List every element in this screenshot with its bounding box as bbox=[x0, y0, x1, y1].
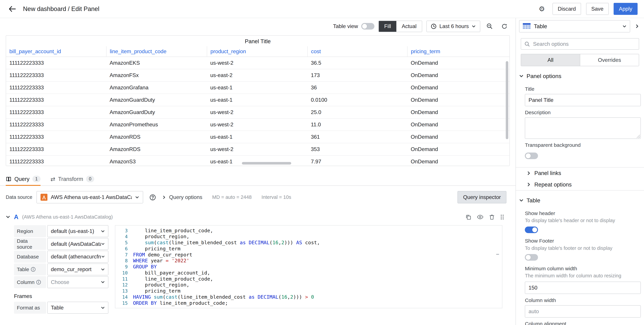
drag-handle-icon[interactable] bbox=[500, 214, 504, 220]
time-range-picker[interactable]: Last 6 hours bbox=[426, 21, 480, 32]
show-header-toggle[interactable] bbox=[525, 226, 538, 233]
code-line: 14HAVING sum(cast(line_item_blended_cost… bbox=[115, 294, 502, 300]
table-cell: us-east-1 bbox=[207, 131, 308, 143]
info-icon bbox=[36, 280, 41, 285]
code-fold-icon[interactable]: − bbox=[496, 251, 499, 257]
collapse-options-pane-icon[interactable] bbox=[632, 22, 642, 31]
field-dropdown[interactable]: demo_cur_report bbox=[47, 263, 108, 275]
info-icon bbox=[31, 267, 36, 272]
field-dropdown[interactable]: default (us-east-1) bbox=[47, 225, 108, 237]
visualization-picker[interactable]: Table bbox=[519, 20, 630, 33]
description-option-label: Description bbox=[525, 110, 641, 115]
section-repeat-options[interactable]: Repeat options bbox=[516, 179, 644, 191]
field-dropdown[interactable]: Choose bbox=[47, 276, 108, 288]
field-label: Column bbox=[14, 276, 46, 288]
save-button[interactable]: Save bbox=[586, 3, 609, 15]
query-ref-id[interactable]: A bbox=[14, 213, 18, 221]
chevron-down-icon bbox=[101, 254, 105, 259]
zoom-out-icon[interactable] bbox=[484, 21, 495, 32]
actual-button[interactable]: Actual bbox=[396, 21, 422, 32]
panel-description-textarea[interactable] bbox=[525, 117, 641, 139]
transform-icon: ⇄ bbox=[50, 176, 55, 182]
query-field-data-source: Data sourcedefault (AwsDataCata... bbox=[14, 238, 108, 250]
delete-query-trash-icon[interactable] bbox=[489, 214, 494, 220]
query-field-region: Regiondefault (us-east-1) bbox=[14, 225, 108, 237]
options-filter-overrides[interactable]: Overrides bbox=[580, 54, 639, 66]
table-cell: us-west-2 bbox=[207, 118, 308, 131]
fill-actual-segmented: Fill Actual bbox=[378, 21, 422, 32]
table-row: 111122223333AmazonPrometheusus-west-211.… bbox=[6, 118, 510, 131]
fill-button[interactable]: Fill bbox=[379, 21, 396, 32]
datasource-bar: Data source AWS Athena us-east-1 AwsData… bbox=[0, 191, 516, 204]
datasource-picker[interactable]: AWS Athena us-east-1 AwsDataCatalog bbox=[36, 191, 143, 203]
field-label: Region bbox=[14, 225, 46, 237]
options-search[interactable] bbox=[521, 38, 639, 50]
code-line: 13 pricing_term bbox=[115, 288, 502, 294]
query-inspector-button[interactable]: Query inspector bbox=[458, 191, 506, 203]
hide-query-eye-icon[interactable] bbox=[477, 214, 484, 219]
panel-title-input[interactable] bbox=[525, 94, 641, 106]
collapse-chevron-icon[interactable] bbox=[6, 215, 10, 219]
col-width-input[interactable] bbox=[525, 305, 641, 317]
interval-stat: Interval = 10s bbox=[262, 194, 291, 200]
table-cell: 25.0 bbox=[308, 106, 407, 118]
tab-transform-label: Transform bbox=[58, 176, 83, 182]
back-arrow-icon[interactable] bbox=[6, 3, 18, 15]
section-panel-links[interactable]: Panel links bbox=[516, 168, 644, 179]
section-panel-options[interactable]: Panel options bbox=[516, 66, 644, 83]
table-row: 111122223333AmazonRDSus-east-1361OnDeman… bbox=[6, 131, 510, 143]
horizontal-scrollbar[interactable] bbox=[242, 162, 291, 165]
column-header[interactable]: pricing_term bbox=[407, 46, 509, 57]
chevron-down-icon bbox=[101, 306, 105, 310]
transparent-bg-toggle[interactable] bbox=[525, 153, 538, 159]
column-header[interactable]: bill_payer_account_id bbox=[6, 46, 106, 57]
table-cell: AmazonEKS bbox=[106, 57, 207, 69]
table-cell: OnDemand bbox=[407, 131, 509, 143]
max-data-points-stat: MD = auto = 2448 bbox=[212, 194, 252, 200]
field-dropdown[interactable]: default (athenacurcfn... bbox=[47, 251, 108, 263]
field-dropdown[interactable]: default (AwsDataCata... bbox=[47, 238, 108, 250]
chevron-right-icon bbox=[526, 171, 531, 175]
table-cell: 111122223333 bbox=[6, 81, 106, 94]
chevron-down-icon bbox=[101, 267, 105, 271]
table-cell: OnDemand bbox=[407, 69, 509, 81]
show-footer-toggle[interactable] bbox=[525, 254, 538, 261]
code-line: 10 bill_payer_account_id, bbox=[115, 270, 502, 276]
code-line: 15ORDER BY line_item_product_code; bbox=[115, 300, 502, 306]
panel-settings-gear-icon[interactable]: ⚙ bbox=[536, 3, 548, 15]
refresh-icon[interactable] bbox=[499, 21, 510, 32]
table-cell: 36.5 bbox=[308, 57, 407, 69]
options-search-input[interactable] bbox=[532, 40, 636, 48]
table-view-toggle[interactable] bbox=[361, 23, 374, 30]
vertical-scrollbar[interactable] bbox=[506, 61, 508, 139]
table-view-label: Table view bbox=[333, 23, 358, 29]
apply-button[interactable]: Apply bbox=[614, 3, 638, 15]
table-cell: OnDemand bbox=[407, 155, 509, 166]
table-cell: OnDemand bbox=[407, 94, 509, 106]
chevron-down-icon bbox=[472, 24, 476, 28]
column-header[interactable]: line_item_product_code bbox=[106, 46, 207, 57]
chevron-down-icon bbox=[135, 195, 139, 199]
table-cell: 111122223333 bbox=[6, 94, 106, 106]
tab-query[interactable]: Query 1 bbox=[6, 173, 40, 185]
query-editor-row: A (AWS Athena us-east-1 AwsDataCatalog) … bbox=[0, 211, 516, 314]
min-col-width-input[interactable] bbox=[525, 281, 641, 294]
code-line: 5 sum(cast(line_item_blended_cost as DEC… bbox=[115, 240, 502, 246]
options-filter-all[interactable]: All bbox=[521, 54, 580, 66]
duplicate-query-icon[interactable] bbox=[466, 214, 471, 220]
table-cell: us-west-2 bbox=[207, 143, 308, 155]
column-header[interactable]: cost bbox=[308, 46, 407, 57]
editor-tabs: Query 1 ⇄ Transform 0 bbox=[0, 173, 516, 186]
discard-button[interactable]: Discard bbox=[552, 3, 581, 15]
column-header[interactable]: product_region bbox=[207, 46, 308, 57]
format-as-dropdown[interactable]: Table bbox=[47, 302, 108, 314]
datasource-help-icon[interactable] bbox=[147, 192, 158, 203]
code-line: 4 product_region, bbox=[115, 234, 502, 240]
table-cell: AmazonGrafana bbox=[106, 81, 207, 94]
collapsed-sections: Panel linksRepeat options bbox=[516, 167, 644, 191]
show-header-label: Show header bbox=[525, 210, 641, 216]
tab-transform[interactable]: ⇄ Transform 0 bbox=[50, 173, 94, 185]
section-table-options[interactable]: Table bbox=[516, 191, 644, 207]
sql-code-editor[interactable]: 3 line_item_product_code,4 product_regio… bbox=[115, 225, 502, 308]
query-options-toggle[interactable]: Query options bbox=[162, 194, 202, 200]
